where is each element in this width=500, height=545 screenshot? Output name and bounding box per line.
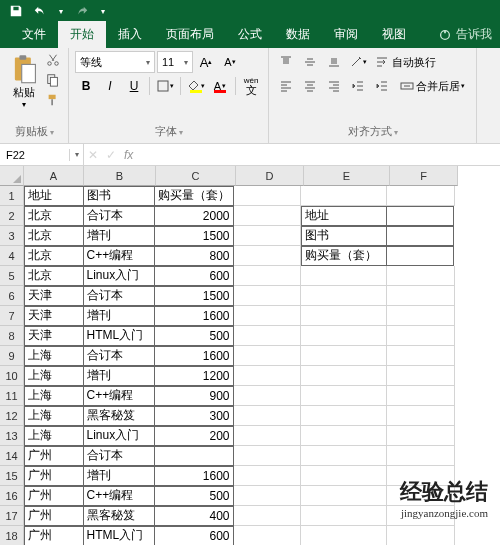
decrease-indent-icon[interactable] (347, 75, 369, 97)
cell[interactable]: 北京 (24, 206, 84, 226)
cell[interactable]: 黑客秘笈 (83, 406, 155, 426)
tab-review[interactable]: 审阅 (322, 21, 370, 48)
cell[interactable]: 广州 (24, 466, 84, 486)
cell[interactable] (233, 286, 301, 306)
cell[interactable] (301, 466, 387, 486)
cell[interactable]: 图书 (83, 186, 155, 206)
tell-me[interactable]: 告诉我 (430, 21, 500, 48)
cell[interactable] (301, 506, 387, 526)
italic-icon[interactable]: I (99, 75, 121, 97)
cell[interactable] (233, 466, 301, 486)
cell[interactable] (387, 446, 455, 466)
align-right-icon[interactable] (323, 75, 345, 97)
qat-customize-icon[interactable]: ▾ (98, 7, 108, 16)
undo-dropdown-icon[interactable]: ▾ (56, 7, 66, 16)
tab-home[interactable]: 开始 (58, 21, 106, 48)
cell[interactable]: 上海 (24, 406, 84, 426)
row-header-1[interactable]: 1 (0, 186, 24, 206)
copy-icon[interactable] (44, 71, 62, 89)
cell[interactable] (387, 186, 455, 206)
row-header-12[interactable]: 12 (0, 406, 24, 426)
cell[interactable]: 广州 (24, 446, 84, 466)
row-header-3[interactable]: 3 (0, 226, 24, 246)
cell[interactable]: 北京 (24, 266, 84, 286)
increase-font-icon[interactable]: A▴ (195, 51, 217, 73)
format-painter-icon[interactable] (44, 91, 62, 109)
row-header-8[interactable]: 8 (0, 326, 24, 346)
cell[interactable]: HTML入门 (83, 526, 155, 546)
cell[interactable]: C++编程 (83, 486, 155, 506)
tab-view[interactable]: 视图 (370, 21, 418, 48)
select-all-triangle[interactable] (0, 166, 24, 186)
fill-color-icon[interactable] (185, 75, 207, 97)
tab-formulas[interactable]: 公式 (226, 21, 274, 48)
cell[interactable]: Linux入门 (83, 266, 155, 286)
align-middle-icon[interactable] (299, 51, 321, 73)
cell[interactable] (233, 226, 301, 246)
cell[interactable]: 购买量（套） (301, 246, 387, 266)
cell[interactable]: 北京 (24, 246, 84, 266)
cell[interactable] (233, 346, 301, 366)
cell[interactable] (301, 426, 387, 446)
merge-center-button[interactable]: 合并后居 (395, 75, 470, 97)
cell[interactable] (233, 386, 301, 406)
cell[interactable] (386, 206, 454, 226)
cell[interactable] (154, 446, 234, 466)
font-size-combo[interactable]: 11 (157, 51, 193, 73)
cell[interactable] (301, 526, 387, 545)
decrease-font-icon[interactable]: A▾ (219, 51, 241, 73)
underline-icon[interactable]: U (123, 75, 145, 97)
redo-icon[interactable] (74, 4, 90, 18)
cancel-icon[interactable]: ✕ (84, 148, 102, 162)
undo-icon[interactable] (32, 4, 48, 18)
cell[interactable]: 500 (154, 326, 234, 346)
cell[interactable] (387, 426, 455, 446)
cell[interactable] (233, 206, 301, 226)
row-header-2[interactable]: 2 (0, 206, 24, 226)
cell[interactable] (301, 386, 387, 406)
cell[interactable]: 1500 (154, 286, 234, 306)
cell[interactable]: 合订本 (83, 206, 155, 226)
cell[interactable] (233, 266, 301, 286)
cell[interactable]: HTML入门 (83, 326, 155, 346)
fx-icon[interactable]: fx (120, 148, 137, 162)
cell[interactable]: 广州 (24, 506, 84, 526)
cell[interactable] (301, 446, 387, 466)
cell[interactable]: 1500 (154, 226, 234, 246)
cell[interactable]: 1200 (154, 366, 234, 386)
column-header-E[interactable]: E (304, 166, 390, 186)
tab-file[interactable]: 文件 (10, 21, 58, 48)
font-color-icon[interactable]: A (209, 75, 231, 97)
ruby-icon[interactable]: wén文 (240, 75, 262, 97)
cell[interactable]: 上海 (24, 386, 84, 406)
cell[interactable]: 600 (154, 526, 234, 546)
orientation-icon[interactable] (347, 51, 369, 73)
cell[interactable] (386, 226, 454, 246)
cell[interactable] (387, 326, 455, 346)
cell[interactable] (301, 366, 387, 386)
row-header-4[interactable]: 4 (0, 246, 24, 266)
row-header-16[interactable]: 16 (0, 486, 24, 506)
align-top-icon[interactable] (275, 51, 297, 73)
row-header-7[interactable]: 7 (0, 306, 24, 326)
cell[interactable]: 900 (154, 386, 234, 406)
increase-indent-icon[interactable] (371, 75, 393, 97)
bold-icon[interactable]: B (75, 75, 97, 97)
cell[interactable] (301, 486, 387, 506)
tab-data[interactable]: 数据 (274, 21, 322, 48)
column-header-A[interactable]: A (24, 166, 84, 186)
cell[interactable] (233, 526, 301, 545)
tab-insert[interactable]: 插入 (106, 21, 154, 48)
cell[interactable]: 上海 (24, 366, 84, 386)
cell[interactable] (233, 406, 301, 426)
align-left-icon[interactable] (275, 75, 297, 97)
column-header-F[interactable]: F (390, 166, 458, 186)
cell[interactable]: 300 (154, 406, 234, 426)
row-header-13[interactable]: 13 (0, 426, 24, 446)
cell[interactable]: 增刊 (83, 366, 155, 386)
cell[interactable] (301, 186, 387, 206)
cell[interactable] (387, 266, 455, 286)
row-header-18[interactable]: 18 (0, 526, 24, 545)
paste-button[interactable]: 粘贴 ▾ (6, 51, 42, 111)
save-icon[interactable] (8, 4, 24, 18)
